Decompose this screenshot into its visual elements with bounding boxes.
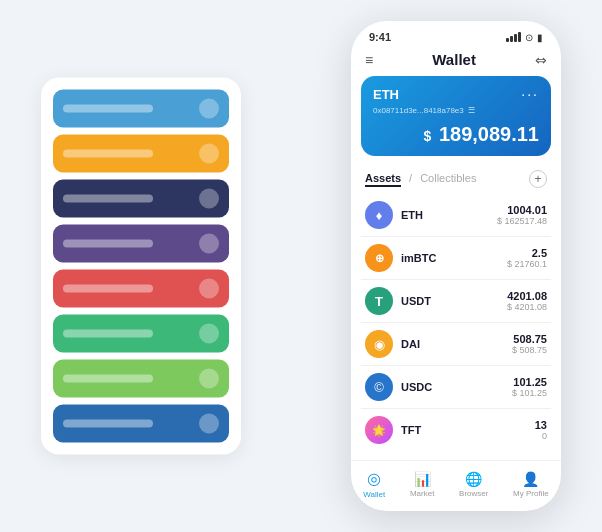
eth-address: 0x08711d3e...8418a78e3 ☰ xyxy=(373,106,539,115)
asset-amounts: 2.5 $ 21760.1 xyxy=(507,247,547,269)
card-line xyxy=(63,150,153,158)
battery-icon: ▮ xyxy=(537,32,543,43)
status-icons: ⊙ ▮ xyxy=(506,32,543,43)
asset-amount: 13 xyxy=(535,419,547,431)
add-asset-button[interactable]: + xyxy=(529,170,547,188)
asset-amount: 1004.01 xyxy=(497,204,547,216)
list-item[interactable] xyxy=(53,270,229,308)
card-dot xyxy=(199,279,219,299)
assets-header: Assets / Collectibles + xyxy=(351,166,561,194)
imbtc-token-icon: ⊕ xyxy=(365,244,393,272)
card-dot xyxy=(199,99,219,119)
card-dot xyxy=(199,324,219,344)
list-item[interactable] xyxy=(53,135,229,173)
table-row[interactable]: © USDC 101.25 $ 101.25 xyxy=(361,366,551,409)
asset-amounts: 1004.01 $ 162517.48 xyxy=(497,204,547,226)
asset-amount: 4201.08 xyxy=(507,290,547,302)
dai-token-icon: ◉ xyxy=(365,330,393,358)
asset-name: imBTC xyxy=(401,252,507,264)
scene: 9:41 ⊙ ▮ ≡ Wallet ⇔ ETH ··· xyxy=(21,21,581,511)
list-item[interactable] xyxy=(53,225,229,263)
eth-label: ETH xyxy=(373,87,399,102)
tab-assets[interactable]: Assets xyxy=(365,172,401,187)
eth-balance: $ 189,089.11 xyxy=(373,123,539,146)
bottom-nav: ◎ Wallet 📊 Market 🌐 Browser 👤 My Profile xyxy=(351,460,561,511)
usdc-token-icon: © xyxy=(365,373,393,401)
card-line xyxy=(63,375,153,383)
asset-usd: $ 4201.08 xyxy=(507,302,547,312)
table-row[interactable]: ⊕ imBTC 2.5 $ 21760.1 xyxy=(361,237,551,280)
nav-browser[interactable]: 🌐 Browser xyxy=(459,471,488,498)
asset-amount: 2.5 xyxy=(507,247,547,259)
card-line xyxy=(63,330,153,338)
card-line xyxy=(63,420,153,428)
nav-wallet-label: Wallet xyxy=(363,490,385,499)
card-line xyxy=(63,105,153,113)
asset-name: DAI xyxy=(401,338,512,350)
card-dot xyxy=(199,144,219,164)
profile-nav-icon: 👤 xyxy=(522,471,539,487)
signal-icon xyxy=(506,32,521,42)
tft-token-icon: 🌟 xyxy=(365,416,393,444)
tab-collectibles[interactable]: Collectibles xyxy=(420,172,476,187)
asset-name: USDT xyxy=(401,295,507,307)
asset-list: ♦ ETH 1004.01 $ 162517.48 ⊕ imBTC 2.5 $ … xyxy=(351,194,561,460)
asset-name: TFT xyxy=(401,424,535,436)
wallet-nav-icon: ◎ xyxy=(367,469,381,488)
card-dot xyxy=(199,414,219,434)
asset-usd: $ 162517.48 xyxy=(497,216,547,226)
card-line xyxy=(63,240,153,248)
eth-more-icon[interactable]: ··· xyxy=(521,86,539,102)
asset-name: USDC xyxy=(401,381,512,393)
eth-card[interactable]: ETH ··· 0x08711d3e...8418a78e3 ☰ $ 189,0… xyxy=(361,76,551,156)
wifi-icon: ⊙ xyxy=(525,32,533,43)
scan-icon[interactable]: ⇔ xyxy=(535,52,547,68)
asset-amounts: 508.75 $ 508.75 xyxy=(512,333,547,355)
browser-nav-icon: 🌐 xyxy=(465,471,482,487)
list-item[interactable] xyxy=(53,360,229,398)
asset-amounts: 4201.08 $ 4201.08 xyxy=(507,290,547,312)
card-stack xyxy=(41,78,241,455)
list-item[interactable] xyxy=(53,315,229,353)
card-dot xyxy=(199,234,219,254)
nav-browser-label: Browser xyxy=(459,489,488,498)
asset-amounts: 101.25 $ 101.25 xyxy=(512,376,547,398)
market-nav-icon: 📊 xyxy=(414,471,431,487)
status-bar: 9:41 ⊙ ▮ xyxy=(351,21,561,47)
asset-amounts: 13 0 xyxy=(535,419,547,441)
app-header: ≡ Wallet ⇔ xyxy=(351,47,561,76)
menu-icon[interactable]: ≡ xyxy=(365,52,373,68)
list-item[interactable] xyxy=(53,180,229,218)
asset-usd: $ 101.25 xyxy=(512,388,547,398)
nav-market[interactable]: 📊 Market xyxy=(410,471,434,498)
card-dot xyxy=(199,369,219,389)
asset-amount: 508.75 xyxy=(512,333,547,345)
table-row[interactable]: T USDT 4201.08 $ 4201.08 xyxy=(361,280,551,323)
eth-token-icon: ♦ xyxy=(365,201,393,229)
assets-tabs: Assets / Collectibles xyxy=(365,172,476,187)
nav-profile-label: My Profile xyxy=(513,489,549,498)
table-row[interactable]: 🌟 TFT 13 0 xyxy=(361,409,551,451)
status-time: 9:41 xyxy=(369,31,391,43)
list-item[interactable] xyxy=(53,405,229,443)
asset-usd: $ 21760.1 xyxy=(507,259,547,269)
card-line xyxy=(63,195,153,203)
asset-amount: 101.25 xyxy=(512,376,547,388)
table-row[interactable]: ◉ DAI 508.75 $ 508.75 xyxy=(361,323,551,366)
phone-frame: 9:41 ⊙ ▮ ≡ Wallet ⇔ ETH ··· xyxy=(351,21,561,511)
card-line xyxy=(63,285,153,293)
nav-market-label: Market xyxy=(410,489,434,498)
eth-card-header: ETH ··· xyxy=(373,86,539,102)
table-row[interactable]: ♦ ETH 1004.01 $ 162517.48 xyxy=(361,194,551,237)
page-title: Wallet xyxy=(432,51,476,68)
list-item[interactable] xyxy=(53,90,229,128)
usdt-token-icon: T xyxy=(365,287,393,315)
nav-profile[interactable]: 👤 My Profile xyxy=(513,471,549,498)
asset-name: ETH xyxy=(401,209,497,221)
card-dot xyxy=(199,189,219,209)
asset-usd: $ 508.75 xyxy=(512,345,547,355)
asset-usd: 0 xyxy=(535,431,547,441)
nav-wallet[interactable]: ◎ Wallet xyxy=(363,469,385,499)
